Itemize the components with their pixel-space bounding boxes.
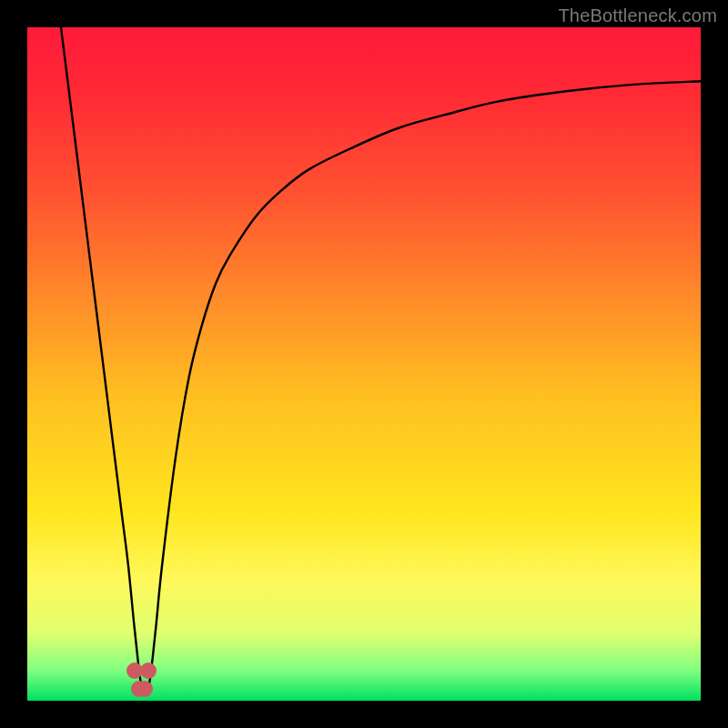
watermark-text: TheBottleneck.com: [558, 5, 717, 26]
plot-area: [27, 27, 701, 701]
bottleneck-curve: [27, 27, 701, 701]
valley-marker: [140, 662, 157, 679]
chart-frame: TheBottleneck.com: [0, 0, 728, 728]
valley-marker: [136, 681, 153, 697]
